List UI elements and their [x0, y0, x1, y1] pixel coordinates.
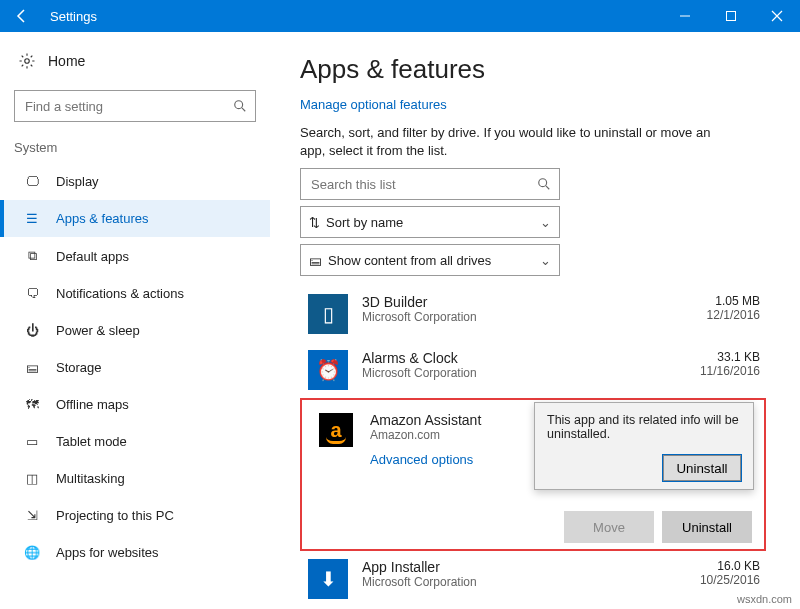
- search-icon: [537, 177, 551, 191]
- close-button[interactable]: [754, 0, 800, 32]
- watermark: wsxdn.com: [737, 593, 792, 605]
- app-name: 3D Builder: [362, 294, 676, 310]
- gear-icon: [18, 52, 36, 70]
- apps-icon: ☰: [22, 211, 42, 226]
- search-apps-input[interactable]: [300, 168, 560, 200]
- app-publisher: Microsoft Corporation: [362, 366, 676, 380]
- drive-filter-dropdown[interactable]: 🖴 Show content from all drives ⌄: [300, 244, 560, 276]
- multitasking-icon: ◫: [22, 471, 42, 486]
- app-row[interactable]: ⬇ App Installer Microsoft Corporation 16…: [300, 551, 766, 607]
- find-setting-field[interactable]: [23, 98, 233, 115]
- chevron-down-icon: ⌄: [540, 253, 551, 268]
- app-size: 16.0 KB: [676, 559, 760, 573]
- sidebar-item-storage[interactable]: 🖴 Storage: [0, 349, 270, 386]
- maximize-button[interactable]: [708, 0, 754, 32]
- section-label: System: [0, 136, 270, 163]
- app-row[interactable]: ▯ 3D Builder Microsoft Corporation 1.05 …: [300, 286, 766, 342]
- sidebar-item-label: Notifications & actions: [56, 286, 184, 301]
- minimize-button[interactable]: [662, 0, 708, 32]
- home-button[interactable]: Home: [0, 42, 270, 84]
- svg-line-4: [242, 108, 245, 111]
- app-publisher: Microsoft Corporation: [362, 575, 676, 589]
- description-text: Search, sort, and filter by drive. If yo…: [300, 124, 720, 160]
- app-tile-icon: ▯: [308, 294, 348, 334]
- search-icon: [233, 99, 247, 113]
- sort-dropdown[interactable]: ⇅ Sort by name ⌄: [300, 206, 560, 238]
- svg-point-3: [235, 101, 243, 109]
- sidebar-item-label: Display: [56, 174, 99, 189]
- uninstall-confirm-popup: This app and its related info will be un…: [534, 402, 754, 490]
- sidebar-item-apps-for-websites[interactable]: 🌐 Apps for websites: [0, 534, 270, 571]
- projecting-icon: ⇲: [22, 508, 42, 523]
- sidebar-item-apps-features[interactable]: ☰ Apps & features: [0, 200, 270, 237]
- app-tile-icon: ⏰: [308, 350, 348, 390]
- power-icon: ⏻: [22, 323, 42, 338]
- find-setting-input[interactable]: [14, 90, 256, 122]
- drive-label: Show content from all drives: [328, 253, 540, 268]
- sort-label: Sort by name: [326, 215, 540, 230]
- sidebar-item-label: Storage: [56, 360, 102, 375]
- default-apps-icon: ⧉: [22, 248, 42, 264]
- sidebar-item-power-sleep[interactable]: ⏻ Power & sleep: [0, 312, 270, 349]
- home-label: Home: [48, 53, 85, 69]
- sidebar-item-default-apps[interactable]: ⧉ Default apps: [0, 237, 270, 275]
- sidebar-item-display[interactable]: 🖵 Display: [0, 163, 270, 200]
- app-row-selected[interactable]: a Amazon Assistant Amazon.com Advanced o…: [300, 398, 766, 551]
- search-apps-field[interactable]: [309, 176, 537, 193]
- sidebar-item-label: Tablet mode: [56, 434, 127, 449]
- storage-icon: 🖴: [22, 360, 42, 375]
- manage-optional-features-link[interactable]: Manage optional features: [300, 97, 766, 112]
- sidebar-item-label: Power & sleep: [56, 323, 140, 338]
- page-heading: Apps & features: [300, 54, 766, 85]
- app-tile-icon: ⬇: [308, 559, 348, 599]
- app-size: 33.1 KB: [676, 350, 760, 364]
- svg-point-5: [539, 179, 547, 187]
- app-date: 10/25/2016: [676, 573, 760, 587]
- sidebar-item-label: Default apps: [56, 249, 129, 264]
- uninstall-button[interactable]: Uninstall: [662, 511, 752, 543]
- app-row[interactable]: ⏰ Alarms & Clock Microsoft Corporation 3…: [300, 342, 766, 398]
- sidebar-item-projecting[interactable]: ⇲ Projecting to this PC: [0, 497, 270, 534]
- sidebar-item-notifications[interactable]: 🗨 Notifications & actions: [0, 275, 270, 312]
- display-icon: 🖵: [22, 174, 42, 189]
- sidebar-item-label: Projecting to this PC: [56, 508, 174, 523]
- confirm-message: This app and its related info will be un…: [547, 413, 741, 441]
- drive-icon: 🖴: [309, 253, 322, 268]
- svg-point-2: [25, 59, 30, 64]
- apps-websites-icon: 🌐: [22, 545, 42, 560]
- sidebar-item-tablet-mode[interactable]: ▭ Tablet mode: [0, 423, 270, 460]
- sidebar-item-label: Apps & features: [56, 211, 149, 226]
- chevron-down-icon: ⌄: [540, 215, 551, 230]
- confirm-uninstall-button[interactable]: Uninstall: [663, 455, 741, 481]
- notifications-icon: 🗨: [22, 286, 42, 301]
- maps-icon: 🗺: [22, 397, 42, 412]
- sidebar-item-multitasking[interactable]: ◫ Multitasking: [0, 460, 270, 497]
- sort-icon: ⇅: [309, 215, 320, 230]
- window-title: Settings: [44, 9, 97, 24]
- app-publisher: Microsoft Corporation: [362, 310, 676, 324]
- app-date: 11/16/2016: [676, 364, 760, 378]
- app-name: Alarms & Clock: [362, 350, 676, 366]
- app-date: 12/1/2016: [676, 308, 760, 322]
- app-name: App Installer: [362, 559, 676, 575]
- sidebar-item-offline-maps[interactable]: 🗺 Offline maps: [0, 386, 270, 423]
- sidebar-item-label: Offline maps: [56, 397, 129, 412]
- tablet-icon: ▭: [22, 434, 42, 449]
- move-button[interactable]: Move: [564, 511, 654, 543]
- svg-line-6: [546, 186, 549, 189]
- sidebar-item-label: Multitasking: [56, 471, 125, 486]
- back-button[interactable]: [0, 0, 44, 32]
- app-tile-icon: a: [316, 410, 356, 450]
- svg-rect-1: [727, 12, 736, 21]
- sidebar-item-label: Apps for websites: [56, 545, 159, 560]
- app-size: 1.05 MB: [676, 294, 760, 308]
